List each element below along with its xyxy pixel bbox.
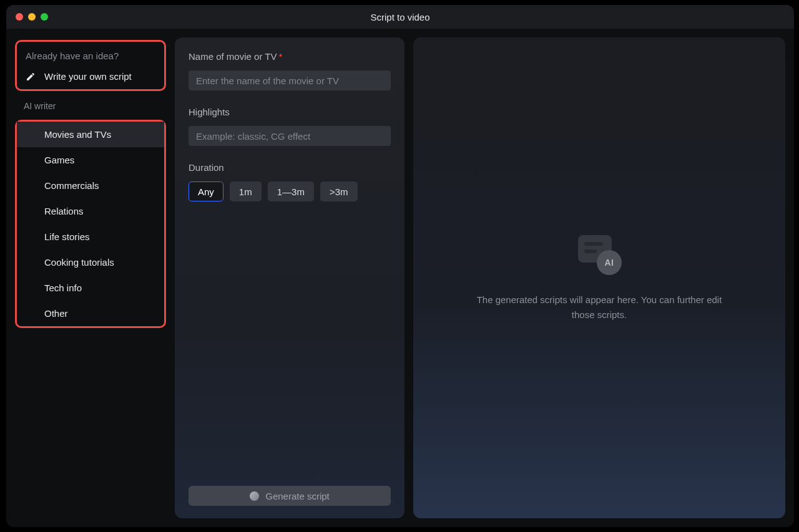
- write-own-script-label: Write your own script: [44, 71, 132, 82]
- duration-option-1m[interactable]: 1m: [230, 181, 262, 201]
- empty-state-illustration: AI: [574, 234, 624, 278]
- annotation-box-idea: Already have an idea? Write your own scr…: [15, 40, 166, 91]
- generate-script-button[interactable]: Generate script: [189, 486, 391, 506]
- sparkle-icon: [250, 491, 259, 501]
- preview-panel: AI The generated scripts will appear her…: [413, 37, 785, 518]
- sidebar-item-life-stories[interactable]: Life stories: [17, 224, 164, 249]
- sidebar-item-relations[interactable]: Relations: [17, 198, 164, 224]
- sidebar-item-movies-and-tvs[interactable]: Movies and TVs: [17, 122, 164, 147]
- sidebar: Already have an idea? Write your own scr…: [9, 37, 166, 518]
- sidebar-item-other[interactable]: Other: [17, 301, 164, 326]
- write-own-script-button[interactable]: Write your own script: [17, 65, 164, 87]
- duration-option-any[interactable]: Any: [189, 181, 223, 201]
- generate-script-label: Generate script: [265, 491, 330, 501]
- form-panel: Name of movie or TV* Highlights Duration…: [175, 37, 404, 518]
- name-field-label: Name of movie or TV*: [189, 51, 391, 62]
- traffic-lights: [16, 13, 48, 21]
- highlights-input[interactable]: [189, 126, 391, 146]
- idea-prompt-label: Already have an idea?: [17, 46, 164, 65]
- required-asterisk: *: [278, 51, 282, 62]
- sidebar-item-cooking-tutorials[interactable]: Cooking tutorials: [17, 249, 164, 275]
- sidebar-item-commercials[interactable]: Commercials: [17, 173, 164, 198]
- window-title: Script to video: [6, 12, 794, 22]
- ai-writer-heading: AI writer: [9, 91, 166, 117]
- pencil-icon: [26, 72, 36, 82]
- close-window-button[interactable]: [16, 13, 23, 21]
- maximize-window-button[interactable]: [41, 13, 48, 21]
- minimize-window-button[interactable]: [28, 13, 36, 21]
- content-area: Already have an idea? Write your own scr…: [6, 29, 794, 527]
- name-input[interactable]: [189, 70, 391, 90]
- duration-field-label: Duration: [189, 162, 391, 173]
- app-window: Script to video Already have an idea? Wr…: [6, 5, 794, 527]
- highlights-field-label: Highlights: [189, 107, 391, 117]
- duration-options: Any 1m 1—3m >3m: [189, 181, 391, 201]
- sidebar-item-tech-info[interactable]: Tech info: [17, 275, 164, 301]
- duration-option-gt3m[interactable]: >3m: [320, 181, 358, 201]
- sidebar-item-games[interactable]: Games: [17, 147, 164, 173]
- empty-state-text: The generated scripts will appear here. …: [468, 293, 730, 322]
- ai-badge-icon: AI: [597, 250, 622, 275]
- duration-option-1-3m[interactable]: 1—3m: [268, 181, 314, 201]
- annotation-box-categories: Movies and TVs Games Commercials Relatio…: [15, 120, 166, 328]
- title-bar: Script to video: [6, 5, 794, 29]
- name-field-label-text: Name of movie or TV: [189, 51, 277, 62]
